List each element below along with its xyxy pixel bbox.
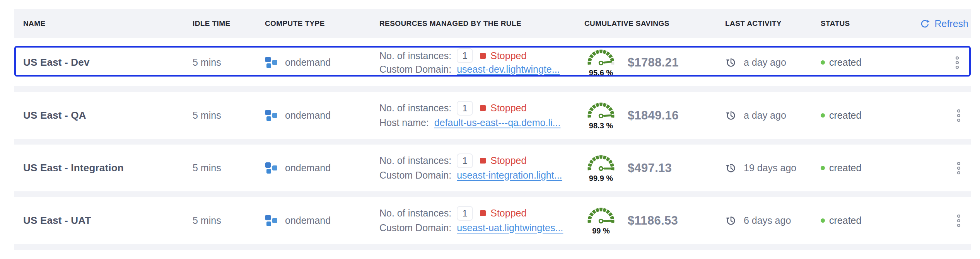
savings-gauge: 99.9 %: [584, 153, 618, 183]
idle-time-value: 5 mins: [193, 57, 265, 68]
domain-label: Custom Domain:: [379, 222, 451, 233]
row-divider: [14, 244, 971, 250]
status-value: created: [829, 110, 861, 121]
savings-gauge: 99 %: [584, 206, 618, 235]
row-divider: [14, 139, 971, 145]
savings-gauge: 98.3 %: [584, 101, 618, 130]
compute-type-value: ondemand: [285, 110, 331, 121]
column-header-resources: RESOURCES MANAGED BY THE RULE: [379, 19, 584, 28]
instances-count: 1: [457, 153, 473, 168]
status-value: created: [829, 57, 861, 68]
kebab-menu-icon[interactable]: [956, 161, 961, 175]
domain-label: Custom Domain:: [379, 170, 451, 181]
row-divider: [14, 86, 971, 92]
rule-name: US East - UAT: [23, 215, 193, 227]
spacer: [14, 38, 971, 46]
row-divider: [14, 191, 971, 197]
column-header-last-activity: LAST ACTIVITY: [725, 19, 821, 28]
last-activity-value: 6 days ago: [744, 215, 791, 226]
table-row[interactable]: US East - QA 5 mins ondemand No. of inst…: [14, 92, 971, 139]
refresh-label: Refresh: [934, 18, 968, 29]
compute-cluster-icon: [265, 215, 277, 227]
instances-count: 1: [457, 206, 473, 221]
savings-percent: 99 %: [592, 227, 610, 235]
idle-time-value: 5 mins: [193, 110, 265, 121]
compute-cluster-icon: [265, 57, 277, 68]
stopped-state-icon: [480, 105, 486, 111]
instances-label: No. of instances:: [379, 50, 451, 61]
kebab-menu-icon[interactable]: [954, 56, 960, 70]
stopped-state-icon: [480, 210, 486, 216]
column-header-compute-type: COMPUTE TYPE: [265, 19, 379, 28]
instance-state: Stopped: [490, 102, 526, 114]
rules-table: NAME IDLE TIME COMPUTE TYPE RESOURCES MA…: [14, 9, 971, 250]
domain-link[interactable]: useast-dev.lightwingte...: [457, 64, 560, 75]
domain-link[interactable]: default-us-east---qa.demo.li...: [434, 117, 561, 128]
last-activity-value: a day ago: [744, 110, 786, 121]
savings-amount: $497.13: [628, 161, 672, 175]
instances-label: No. of instances:: [379, 155, 451, 166]
last-activity-value: 19 days ago: [744, 162, 796, 174]
stopped-state-icon: [480, 158, 486, 164]
instances-label: No. of instances:: [379, 208, 451, 219]
last-activity-value: a day ago: [744, 57, 786, 68]
savings-percent: 98.3 %: [589, 121, 613, 130]
instances-count: 1: [457, 48, 473, 63]
status-dot-icon: [821, 113, 825, 118]
history-icon: [725, 57, 737, 68]
instances-count: 1: [457, 101, 473, 116]
status-dot-icon: [821, 218, 825, 223]
spacer: [14, 77, 971, 86]
rule-name: US East - Integration: [23, 162, 193, 174]
instance-state: Stopped: [490, 208, 526, 219]
savings-amount: $1186.53: [628, 214, 678, 228]
idle-time-value: 5 mins: [193, 162, 265, 174]
status-dot-icon: [821, 166, 825, 170]
instance-state: Stopped: [490, 50, 526, 61]
domain-label: Host name:: [379, 117, 429, 128]
domain-label: Custom Domain:: [379, 64, 451, 75]
instances-label: No. of instances:: [379, 102, 451, 114]
savings-gauge: 95.6 %: [584, 48, 618, 77]
history-icon: [725, 110, 737, 121]
table-header: NAME IDLE TIME COMPUTE TYPE RESOURCES MA…: [14, 9, 971, 38]
domain-link[interactable]: useast-uat.lightwingtes...: [457, 222, 563, 233]
idle-time-value: 5 mins: [193, 215, 265, 226]
compute-cluster-icon: [265, 162, 277, 174]
kebab-menu-icon[interactable]: [956, 109, 961, 123]
status-value: created: [829, 162, 861, 174]
savings-amount: $1788.21: [628, 56, 679, 70]
history-icon: [725, 162, 737, 174]
table-row[interactable]: US East - Integration 5 mins ondemand No…: [14, 145, 971, 191]
savings-percent: 95.6 %: [589, 68, 613, 77]
stopped-state-icon: [480, 53, 486, 59]
refresh-button[interactable]: Refresh: [920, 18, 971, 29]
table-row[interactable]: US East - Dev 5 mins ondemand No. of ins…: [14, 46, 971, 77]
status-dot-icon: [821, 60, 825, 65]
column-header-cumulative-savings: CUMULATIVE SAVINGS: [584, 19, 725, 28]
table-row[interactable]: US East - UAT 5 mins ondemand No. of ins…: [14, 197, 971, 244]
kebab-menu-icon[interactable]: [956, 214, 961, 228]
column-header-status: STATUS: [821, 19, 898, 28]
column-header-name: NAME: [23, 19, 193, 28]
compute-type-value: ondemand: [285, 215, 331, 226]
compute-type-value: ondemand: [285, 57, 331, 68]
compute-cluster-icon: [265, 110, 277, 121]
column-header-idle-time: IDLE TIME: [193, 19, 265, 28]
savings-amount: $1849.16: [628, 109, 679, 123]
domain-link[interactable]: useast-integration.light...: [457, 170, 562, 181]
compute-type-value: ondemand: [285, 162, 331, 174]
savings-percent: 99.9 %: [589, 174, 613, 183]
status-value: created: [829, 215, 861, 226]
rule-name: US East - QA: [23, 109, 193, 121]
instance-state: Stopped: [490, 155, 526, 166]
history-icon: [725, 215, 737, 227]
rule-name: US East - Dev: [23, 56, 193, 68]
refresh-icon: [920, 19, 930, 29]
